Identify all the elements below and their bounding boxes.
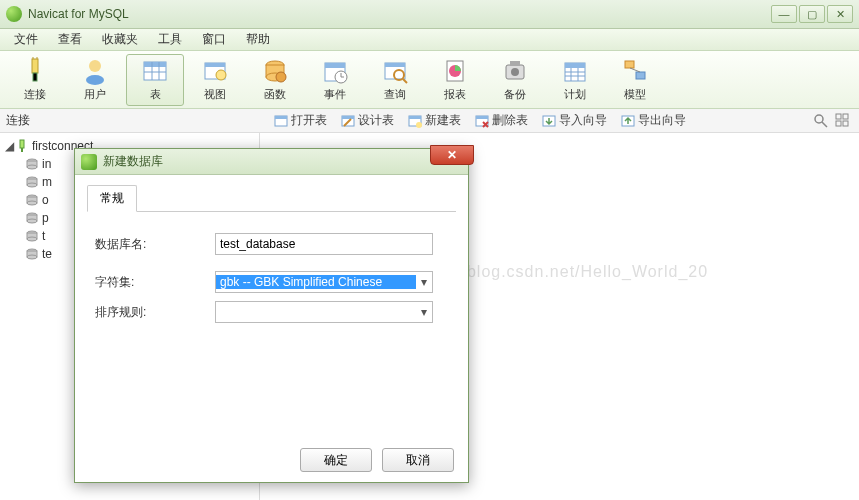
- svg-rect-39: [636, 72, 645, 79]
- tool-function-label: 函数: [264, 87, 286, 102]
- menu-help[interactable]: 帮助: [236, 29, 280, 50]
- dialog-title: 新建数据库: [103, 153, 462, 170]
- expand-arrow-icon[interactable]: ◢: [4, 139, 14, 153]
- charset-combo[interactable]: gbk -- GBK Simplified Chinese ▾: [215, 271, 433, 293]
- open-table-button[interactable]: 打开表: [268, 110, 333, 131]
- cancel-button[interactable]: 取消: [382, 448, 454, 472]
- import-wizard-button[interactable]: 导入向导: [536, 110, 613, 131]
- tool-query[interactable]: 查询: [366, 54, 424, 106]
- tool-connection-label: 连接: [24, 87, 46, 102]
- app-title: Navicat for MySQL: [28, 7, 771, 21]
- svg-rect-57: [836, 114, 841, 119]
- design-table-label: 设计表: [358, 112, 394, 129]
- menu-tools[interactable]: 工具: [148, 29, 192, 50]
- delete-table-button[interactable]: 删除表: [469, 110, 534, 131]
- tool-backup[interactable]: 备份: [486, 54, 544, 106]
- maximize-button[interactable]: ▢: [799, 5, 825, 23]
- svg-point-17: [276, 72, 286, 82]
- export-wizard-button[interactable]: 导出向导: [615, 110, 692, 131]
- tool-view[interactable]: 视图: [186, 54, 244, 106]
- svg-rect-33: [565, 63, 585, 68]
- minimize-button[interactable]: —: [771, 5, 797, 23]
- database-icon: [24, 175, 40, 189]
- svg-rect-12: [205, 63, 225, 67]
- svg-rect-7: [144, 62, 166, 67]
- svg-line-26: [403, 79, 407, 83]
- search-icon[interactable]: [813, 113, 829, 129]
- collation-combo[interactable]: ▾: [215, 301, 433, 323]
- import-icon: [542, 114, 556, 128]
- tool-event[interactable]: 事件: [306, 54, 364, 106]
- tool-connection[interactable]: 连接: [6, 54, 64, 106]
- tree-item-label: p: [42, 211, 49, 225]
- svg-point-65: [27, 165, 37, 169]
- svg-rect-42: [275, 116, 287, 119]
- tool-table-label: 表: [150, 87, 161, 102]
- main-toolbar: 连接 用户 表 视图 函数 事件 查询 报表 备份 计划 模型: [0, 51, 859, 109]
- db-name-input[interactable]: [215, 233, 433, 255]
- menubar: 文件 查看 收藏夹 工具 窗口 帮助: [0, 29, 859, 51]
- window-titlebar: Navicat for MySQL — ▢ ✕: [0, 0, 859, 29]
- new-table-button[interactable]: 新建表: [402, 110, 467, 131]
- menu-window[interactable]: 窗口: [192, 29, 236, 50]
- database-icon: [24, 229, 40, 243]
- menu-file[interactable]: 文件: [4, 29, 48, 50]
- user-icon: [81, 57, 109, 85]
- svg-point-77: [27, 237, 37, 241]
- svg-point-74: [27, 219, 37, 223]
- svg-rect-61: [20, 140, 24, 148]
- svg-rect-38: [625, 61, 634, 68]
- charset-value: gbk -- GBK Simplified Chinese: [216, 275, 416, 289]
- dialog-close-button[interactable]: ✕: [430, 145, 474, 165]
- close-button[interactable]: ✕: [827, 5, 853, 23]
- tool-function[interactable]: 函数: [246, 54, 304, 106]
- new-table-label: 新建表: [425, 112, 461, 129]
- ok-button[interactable]: 确定: [300, 448, 372, 472]
- svg-rect-19: [325, 63, 345, 68]
- report-icon: [441, 57, 469, 85]
- tree-item-label: o: [42, 193, 49, 207]
- grid-view-icon[interactable]: [835, 113, 851, 129]
- schedule-icon: [561, 57, 589, 85]
- tool-view-label: 视图: [204, 87, 226, 102]
- tree-item-label: t: [42, 229, 45, 243]
- query-icon: [381, 57, 409, 85]
- dialog-tabs: 常规: [87, 185, 456, 212]
- svg-rect-60: [843, 121, 848, 126]
- svg-rect-31: [510, 61, 520, 66]
- tool-report[interactable]: 报表: [426, 54, 484, 106]
- chevron-down-icon[interactable]: ▾: [416, 305, 432, 319]
- database-icon: [24, 247, 40, 261]
- tool-user-label: 用户: [84, 87, 106, 102]
- svg-point-68: [27, 183, 37, 187]
- chevron-down-icon[interactable]: ▾: [416, 275, 432, 289]
- svg-rect-24: [385, 63, 405, 67]
- event-icon: [321, 57, 349, 85]
- tool-model-label: 模型: [624, 87, 646, 102]
- collation-label: 排序规则:: [95, 304, 215, 321]
- svg-rect-3: [33, 73, 37, 81]
- connection-node-icon: [14, 139, 30, 153]
- tool-user[interactable]: 用户: [66, 54, 124, 106]
- svg-point-5: [86, 75, 104, 85]
- tool-schedule[interactable]: 计划: [546, 54, 604, 106]
- dialog-icon: [81, 154, 97, 170]
- tree-item-label: m: [42, 175, 52, 189]
- function-icon: [261, 57, 289, 85]
- tab-general[interactable]: 常规: [87, 185, 137, 212]
- delete-table-label: 删除表: [492, 112, 528, 129]
- design-table-icon: [341, 114, 355, 128]
- design-table-button[interactable]: 设计表: [335, 110, 400, 131]
- svg-point-48: [416, 122, 422, 128]
- menu-favorites[interactable]: 收藏夹: [92, 29, 148, 50]
- tool-backup-label: 备份: [504, 87, 526, 102]
- tool-model[interactable]: 模型: [606, 54, 664, 106]
- menu-view[interactable]: 查看: [48, 29, 92, 50]
- tool-table[interactable]: 表: [126, 54, 184, 106]
- svg-line-40: [630, 68, 640, 72]
- new-table-icon: [408, 114, 422, 128]
- open-table-icon: [274, 114, 288, 128]
- export-wizard-label: 导出向导: [638, 112, 686, 129]
- dialog-titlebar[interactable]: 新建数据库 ✕: [75, 149, 468, 175]
- tool-event-label: 事件: [324, 87, 346, 102]
